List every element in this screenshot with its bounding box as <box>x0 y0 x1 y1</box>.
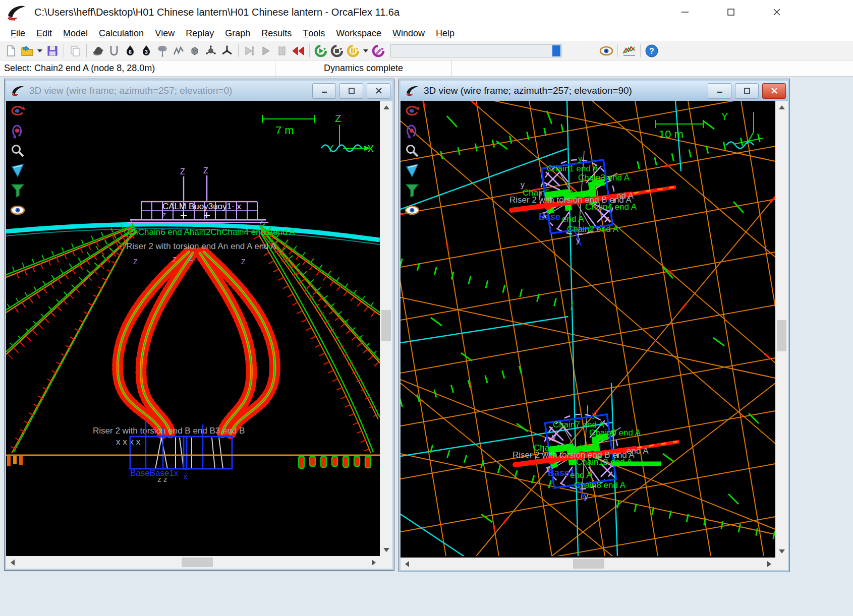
pause-sim-button[interactable] <box>345 43 361 59</box>
right-3d-viewport[interactable]: 10 m Y <box>401 101 775 558</box>
help-button[interactable]: ? <box>644 43 660 59</box>
menu-file[interactable]: File <box>5 25 31 41</box>
left-horizontal-scrollbar[interactable] <box>6 556 380 569</box>
menu-view[interactable]: View <box>149 25 180 41</box>
vessel-button[interactable] <box>90 43 106 59</box>
magnifier-icon[interactable] <box>10 143 25 158</box>
left-vertical-scrollbar[interactable] <box>380 101 392 556</box>
cone-icon[interactable] <box>405 163 420 178</box>
scroll-left-button[interactable] <box>6 556 19 569</box>
right-maximize-button[interactable] <box>735 83 759 99</box>
chain2-label: Chain2 end A <box>567 224 619 234</box>
svg-text:y: y <box>578 154 582 163</box>
replay-progress-slider[interactable] <box>552 45 560 56</box>
menu-help[interactable]: Help <box>430 25 460 41</box>
left-3d-scene[interactable]: 7 m Z Y X <box>6 101 380 555</box>
buoy-3d-button[interactable]: 3 <box>138 43 154 59</box>
left-maximize-button[interactable] <box>339 83 363 99</box>
replay-progress-bar[interactable] <box>390 44 562 57</box>
left-vscroll-thumb[interactable] <box>381 310 391 341</box>
play-button[interactable] <box>258 43 274 59</box>
menu-model[interactable]: Model <box>58 25 93 41</box>
status-state: Dynamics complete <box>275 60 452 76</box>
riser-top-label: Riser 2 with torsion end An end A end A <box>126 241 276 251</box>
menu-calculation[interactable]: Calculation <box>93 25 149 41</box>
reset-button[interactable] <box>370 43 386 59</box>
right-window-titlebar[interactable]: 3D view (wire frame; azimuth=257; elevat… <box>401 81 788 101</box>
funnel-icon[interactable] <box>10 182 25 198</box>
open-dropdown-caret[interactable] <box>37 49 42 52</box>
scroll-right-button[interactable] <box>367 556 380 569</box>
pause-button[interactable] <box>274 43 290 59</box>
scroll-down-button[interactable] <box>775 545 788 558</box>
open-file-button[interactable] <box>19 43 35 59</box>
eye-icon[interactable] <box>10 202 25 217</box>
left-minimize-button[interactable] <box>312 83 336 99</box>
right-axis-y-label: Y <box>721 111 728 122</box>
menu-replay[interactable]: Replay <box>180 25 219 41</box>
right-vscroll-thumb[interactable] <box>777 320 786 351</box>
right-vertical-scrollbar[interactable] <box>775 101 788 558</box>
right-3d-scene[interactable]: 10 m Y <box>401 101 775 556</box>
left-close-button[interactable] <box>367 83 390 99</box>
riser-frag2-label: end A <box>627 446 649 456</box>
winch-button[interactable] <box>154 43 170 59</box>
new-file-button[interactable] <box>3 43 19 59</box>
save-button[interactable] <box>44 43 61 59</box>
view-parameters-button[interactable] <box>598 43 614 59</box>
rewind-button[interactable] <box>290 43 306 59</box>
right-minimize-button[interactable] <box>708 83 731 99</box>
scroll-down-button[interactable] <box>380 543 392 556</box>
line-button[interactable] <box>106 43 122 59</box>
scroll-up-button[interactable] <box>775 101 788 113</box>
right-horizontal-scrollbar[interactable] <box>401 558 775 570</box>
menu-workspace[interactable]: Workspace <box>330 25 387 41</box>
left-3d-viewport[interactable]: 7 m Z Y X <box>6 101 380 556</box>
minimize-icon <box>716 88 723 94</box>
scroll-right-button[interactable] <box>763 558 775 570</box>
menu-tools[interactable]: Tools <box>297 25 330 41</box>
menu-edit[interactable]: Edit <box>31 25 58 41</box>
maximize-button[interactable] <box>719 3 743 21</box>
scroll-left-icon <box>11 560 15 566</box>
svg-text:Z: Z <box>173 256 177 264</box>
funnel-icon[interactable] <box>405 182 420 198</box>
cone-icon[interactable] <box>10 163 25 178</box>
scroll-up-button[interactable] <box>380 101 392 113</box>
copy-button[interactable] <box>67 43 83 59</box>
right-close-button[interactable] <box>762 83 786 99</box>
right-hscroll-thumb[interactable] <box>573 559 604 569</box>
open-file-icon <box>21 45 34 57</box>
left-view-tools <box>10 104 25 217</box>
pause-dropdown-caret[interactable] <box>363 49 368 52</box>
menu-window[interactable]: Window <box>387 25 430 41</box>
rotate-elevation-icon[interactable] <box>10 124 25 139</box>
constraint-button[interactable] <box>203 43 219 59</box>
shape-button[interactable] <box>187 43 203 59</box>
minimize-button[interactable] <box>673 3 697 21</box>
close-button[interactable] <box>765 3 788 21</box>
svg-text:6: 6 <box>129 49 132 55</box>
step-to-end-button[interactable] <box>242 43 258 59</box>
link-button[interactable] <box>170 43 187 59</box>
left-axis-x-label: X <box>367 143 374 154</box>
play-icon <box>260 45 272 57</box>
graph-button[interactable] <box>621 43 637 59</box>
scroll-left-button[interactable] <box>401 558 413 570</box>
rotate-elevation-icon[interactable] <box>405 124 420 139</box>
run-statics-button[interactable] <box>329 43 345 59</box>
link-icon <box>173 45 185 57</box>
rotate-view-icon[interactable] <box>405 104 420 119</box>
run-dynamics-button[interactable] <box>313 43 329 59</box>
menu-results[interactable]: Results <box>256 25 297 41</box>
calm-buoy-label: CALM Buoy3uoy1· x <box>162 202 241 211</box>
minimize-icon <box>321 88 328 94</box>
buoy-6d-button[interactable]: 6 <box>122 43 138 59</box>
left-window-titlebar[interactable]: 3D view (wire frame; azimuth=257; elevat… <box>6 81 392 101</box>
rotate-view-icon[interactable] <box>10 104 25 119</box>
magnifier-icon[interactable] <box>405 143 420 158</box>
left-hscroll-thumb[interactable] <box>182 558 213 567</box>
turbine-button[interactable] <box>219 43 235 59</box>
eye-icon[interactable] <box>405 202 420 217</box>
menu-graph[interactable]: Graph <box>219 25 256 41</box>
